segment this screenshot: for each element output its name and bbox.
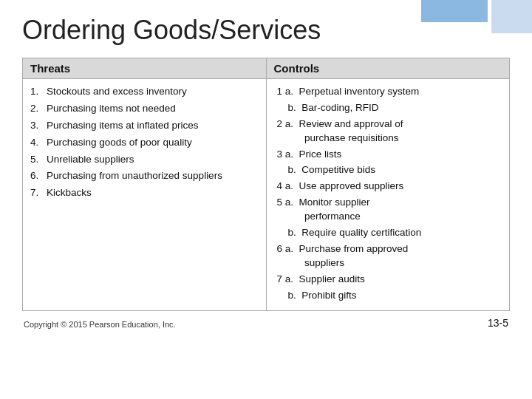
page-container: Ordering Goods/Services Threats 1. Stock… [0,0,532,336]
controls-column: Controls 1 a. Perpetual inventory system… [267,58,510,310]
list-item: 6. Purchasing from unauthorized supplier… [30,169,259,183]
list-item: b. Bar-coding, RFID [274,101,502,115]
item-text: Purchasing items at inflated prices [47,119,199,133]
threats-header: Threats [23,58,266,79]
item-num: 4. [30,136,47,150]
item-num: 3. [30,119,47,133]
list-item: 1. Stockouts and excess inventory [30,85,259,99]
list-item: 1 a. Perpetual inventory system [274,85,502,99]
threats-list: 1. Stockouts and excess inventory 2. Pur… [30,85,259,200]
list-item: 4. Purchasing goods of poor quality [30,136,259,150]
footer: Copyright © 2015 Pearson Education, Inc.… [22,317,510,329]
list-item: b. Prohibit gifts [274,289,502,303]
list-item: 2. Purchasing items not needed [30,102,259,116]
list-item: 3 a. Price lists [274,148,502,162]
controls-body: 1 a. Perpetual inventory system b. Bar-c… [267,79,510,310]
controls-header: Controls [267,58,510,79]
main-table: Threats 1. Stockouts and excess inventor… [22,58,510,311]
threats-body: 1. Stockouts and excess inventory 2. Pur… [23,79,266,209]
item-num: 6. [30,169,47,183]
controls-list: 1 a. Perpetual inventory system b. Bar-c… [274,85,502,302]
item-text: Purchasing goods of poor quality [47,136,192,150]
item-text: Kickbacks [47,186,92,200]
item-num: 7. [30,186,47,200]
item-num: 2. [30,102,47,116]
list-item: 7. Kickbacks [30,186,259,200]
copyright-text: Copyright © 2015 Pearson Education, Inc. [24,320,176,329]
item-text: Stockouts and excess inventory [47,85,187,99]
decorative-rect-1 [421,0,488,22]
list-item: 3. Purchasing items at inflated prices [30,119,259,133]
item-text: Purchasing from unauthorized suppliers [47,169,222,183]
list-item: 2 a. Review and approval of purchase req… [274,117,502,146]
list-item: 4 a. Use approved suppliers [274,180,502,194]
list-item: b. Require quality certification [274,226,502,240]
item-text: Unreliable suppliers [47,153,134,167]
list-item: 5. Unreliable suppliers [30,153,259,167]
list-item: 7 a. Supplier audits [274,273,502,287]
decorative-rect-2 [491,0,532,33]
slide-number: 13-5 [488,317,508,329]
item-text: Purchasing items not needed [47,102,176,116]
item-num: 1. [30,85,47,99]
list-item: 6 a. Purchase from approved suppliers [274,242,502,270]
item-num: 5. [30,153,47,167]
threats-column: Threats 1. Stockouts and excess inventor… [23,58,267,310]
list-item: 5 a. Monitor supplier performance [274,196,502,224]
list-item: b. Competitive bids [274,163,502,177]
